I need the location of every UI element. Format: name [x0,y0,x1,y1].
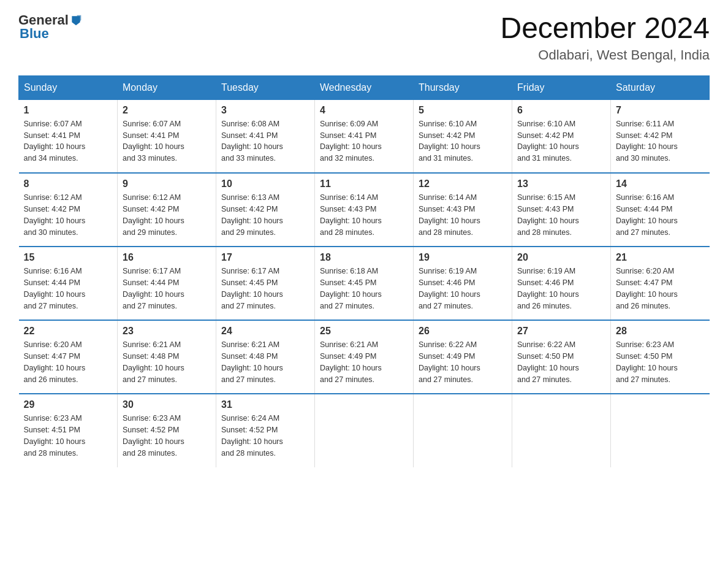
day-number: 9 [123,178,211,190]
month-title: December 2024 [500,12,710,45]
day-info: Sunrise: 6:21 AM Sunset: 4:48 PM Dayligh… [221,339,309,385]
day-info: Sunrise: 6:24 AM Sunset: 4:52 PM Dayligh… [221,413,309,459]
calendar-cell [512,394,611,467]
day-number: 11 [320,178,408,190]
day-info: Sunrise: 6:19 AM Sunset: 4:46 PM Dayligh… [419,266,507,312]
calendar-cell: 4 Sunrise: 6:09 AM Sunset: 4:41 PM Dayli… [315,99,414,173]
day-info: Sunrise: 6:23 AM Sunset: 4:52 PM Dayligh… [123,413,211,459]
day-info: Sunrise: 6:20 AM Sunset: 4:47 PM Dayligh… [616,266,705,312]
day-number: 16 [123,252,211,263]
calendar-cell: 1 Sunrise: 6:07 AM Sunset: 4:41 PM Dayli… [19,99,118,173]
calendar-cell: 2 Sunrise: 6:07 AM Sunset: 4:41 PM Dayli… [118,99,216,173]
day-number: 12 [419,178,507,190]
day-number: 2 [123,105,211,116]
day-info: Sunrise: 6:12 AM Sunset: 4:42 PM Dayligh… [123,192,211,238]
day-info: Sunrise: 6:09 AM Sunset: 4:41 PM Dayligh… [320,118,408,164]
day-info: Sunrise: 6:07 AM Sunset: 4:41 PM Dayligh… [24,118,113,164]
day-number: 26 [419,326,507,337]
calendar-header-friday: Friday [512,75,611,99]
calendar-cell: 31 Sunrise: 6:24 AM Sunset: 4:52 PM Dayl… [216,394,315,467]
day-info: Sunrise: 6:14 AM Sunset: 4:43 PM Dayligh… [320,192,408,238]
day-info: Sunrise: 6:22 AM Sunset: 4:50 PM Dayligh… [517,339,605,385]
logo: General Blue [18,12,82,42]
day-info: Sunrise: 6:17 AM Sunset: 4:44 PM Dayligh… [123,266,211,312]
day-number: 22 [24,326,113,337]
day-info: Sunrise: 6:10 AM Sunset: 4:42 PM Dayligh… [419,118,507,164]
calendar-cell: 21 Sunrise: 6:20 AM Sunset: 4:47 PM Dayl… [611,247,710,320]
day-info: Sunrise: 6:18 AM Sunset: 4:45 PM Dayligh… [320,266,408,312]
calendar-header-tuesday: Tuesday [216,75,315,99]
page-header: General Blue December 2024 Odlabari, Wes… [18,12,710,63]
calendar-cell: 25 Sunrise: 6:21 AM Sunset: 4:49 PM Dayl… [315,320,414,394]
day-number: 6 [517,105,605,116]
day-info: Sunrise: 6:14 AM Sunset: 4:43 PM Dayligh… [419,192,507,238]
day-number: 10 [221,178,309,190]
calendar-cell: 29 Sunrise: 6:23 AM Sunset: 4:51 PM Dayl… [19,394,118,467]
calendar-header-monday: Monday [118,75,216,99]
calendar-week-row: 1 Sunrise: 6:07 AM Sunset: 4:41 PM Dayli… [19,99,710,173]
calendar-cell: 7 Sunrise: 6:11 AM Sunset: 4:42 PM Dayli… [611,99,710,173]
calendar-cell: 23 Sunrise: 6:21 AM Sunset: 4:48 PM Dayl… [118,320,216,394]
calendar-cell [315,394,414,467]
calendar-header-saturday: Saturday [611,75,710,99]
calendar-week-row: 15 Sunrise: 6:16 AM Sunset: 4:44 PM Dayl… [19,247,710,320]
calendar-cell: 20 Sunrise: 6:19 AM Sunset: 4:46 PM Dayl… [512,247,611,320]
day-number: 27 [517,326,605,337]
day-info: Sunrise: 6:15 AM Sunset: 4:43 PM Dayligh… [517,192,605,238]
calendar-cell: 5 Sunrise: 6:10 AM Sunset: 4:42 PM Dayli… [414,99,512,173]
day-number: 31 [221,399,309,410]
calendar-cell: 27 Sunrise: 6:22 AM Sunset: 4:50 PM Dayl… [512,320,611,394]
calendar-table: SundayMondayTuesdayWednesdayThursdayFrid… [18,75,710,468]
day-info: Sunrise: 6:11 AM Sunset: 4:42 PM Dayligh… [616,118,705,164]
day-info: Sunrise: 6:20 AM Sunset: 4:47 PM Dayligh… [24,339,113,385]
day-number: 18 [320,252,408,263]
calendar-cell: 22 Sunrise: 6:20 AM Sunset: 4:47 PM Dayl… [19,320,118,394]
day-number: 28 [616,326,705,337]
calendar-cell: 16 Sunrise: 6:17 AM Sunset: 4:44 PM Dayl… [118,247,216,320]
day-number: 25 [320,326,408,337]
calendar-header-sunday: Sunday [19,75,118,99]
calendar-cell [611,394,710,467]
calendar-cell: 30 Sunrise: 6:23 AM Sunset: 4:52 PM Dayl… [118,394,216,467]
calendar-cell: 9 Sunrise: 6:12 AM Sunset: 4:42 PM Dayli… [118,173,216,247]
calendar-cell: 10 Sunrise: 6:13 AM Sunset: 4:42 PM Dayl… [216,173,315,247]
day-number: 13 [517,178,605,190]
calendar-header-row: SundayMondayTuesdayWednesdayThursdayFrid… [19,75,710,99]
day-number: 5 [419,105,507,116]
day-number: 30 [123,399,211,410]
calendar-week-row: 8 Sunrise: 6:12 AM Sunset: 4:42 PM Dayli… [19,173,710,247]
calendar-cell: 28 Sunrise: 6:23 AM Sunset: 4:50 PM Dayl… [611,320,710,394]
calendar-cell: 18 Sunrise: 6:18 AM Sunset: 4:45 PM Dayl… [315,247,414,320]
calendar-week-row: 29 Sunrise: 6:23 AM Sunset: 4:51 PM Dayl… [19,394,710,467]
day-number: 19 [419,252,507,263]
logo-icon [70,14,82,26]
calendar-cell [414,394,512,467]
day-number: 15 [24,252,113,263]
day-info: Sunrise: 6:22 AM Sunset: 4:49 PM Dayligh… [419,339,507,385]
day-number: 7 [616,105,705,116]
day-info: Sunrise: 6:08 AM Sunset: 4:41 PM Dayligh… [221,118,309,164]
calendar-cell: 8 Sunrise: 6:12 AM Sunset: 4:42 PM Dayli… [19,173,118,247]
calendar-cell: 11 Sunrise: 6:14 AM Sunset: 4:43 PM Dayl… [315,173,414,247]
day-info: Sunrise: 6:07 AM Sunset: 4:41 PM Dayligh… [123,118,211,164]
calendar-cell: 6 Sunrise: 6:10 AM Sunset: 4:42 PM Dayli… [512,99,611,173]
day-number: 29 [24,399,113,410]
day-info: Sunrise: 6:23 AM Sunset: 4:51 PM Dayligh… [24,413,113,459]
day-number: 23 [123,326,211,337]
day-info: Sunrise: 6:21 AM Sunset: 4:49 PM Dayligh… [320,339,408,385]
day-info: Sunrise: 6:23 AM Sunset: 4:50 PM Dayligh… [616,339,705,385]
calendar-cell: 17 Sunrise: 6:17 AM Sunset: 4:45 PM Dayl… [216,247,315,320]
day-number: 1 [24,105,113,116]
day-number: 17 [221,252,309,263]
day-info: Sunrise: 6:16 AM Sunset: 4:44 PM Dayligh… [616,192,705,238]
day-info: Sunrise: 6:10 AM Sunset: 4:42 PM Dayligh… [517,118,605,164]
calendar-cell: 13 Sunrise: 6:15 AM Sunset: 4:43 PM Dayl… [512,173,611,247]
day-number: 14 [616,178,705,190]
calendar-week-row: 22 Sunrise: 6:20 AM Sunset: 4:47 PM Dayl… [19,320,710,394]
calendar-cell: 14 Sunrise: 6:16 AM Sunset: 4:44 PM Dayl… [611,173,710,247]
calendar-cell: 19 Sunrise: 6:19 AM Sunset: 4:46 PM Dayl… [414,247,512,320]
day-info: Sunrise: 6:13 AM Sunset: 4:42 PM Dayligh… [221,192,309,238]
day-number: 8 [24,178,113,190]
day-info: Sunrise: 6:19 AM Sunset: 4:46 PM Dayligh… [517,266,605,312]
day-number: 24 [221,326,309,337]
